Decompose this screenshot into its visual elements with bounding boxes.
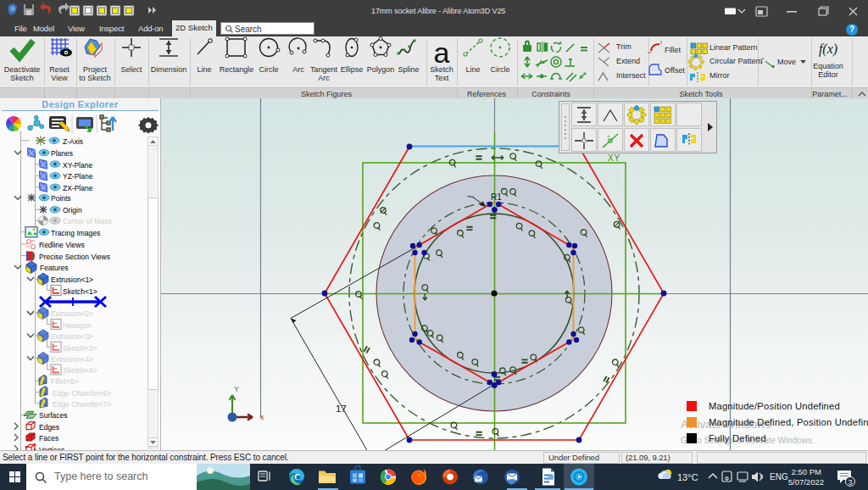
svg-text:13°C: 13°C — [677, 472, 698, 482]
svg-text:5/07/2022: 5/07/2022 — [788, 477, 824, 487]
svg-text:Fully Defined: Fully Defined — [709, 433, 766, 443]
svg-text:Magnitude Defined, Position Un: Magnitude Defined, Position Undefine — [709, 417, 868, 427]
svg-text:Y: Y — [234, 385, 239, 393]
svg-text:a: a — [434, 36, 450, 69]
svg-text:17: 17 — [336, 404, 347, 414]
svg-text:Type here to search: Type here to search — [54, 471, 148, 482]
svg-text:f(x): f(x) — [819, 42, 837, 57]
svg-text:x: x — [260, 413, 264, 421]
svg-text:2:50 PM: 2:50 PM — [792, 467, 821, 476]
svg-text:Magnitude/Position Undefined: Magnitude/Position Undefined — [709, 401, 840, 411]
svg-text:ENG: ENG — [770, 472, 788, 482]
svg-text:3: 3 — [848, 478, 852, 487]
svg-text:R1: R1 — [491, 192, 502, 202]
svg-text:XY: XY — [608, 153, 620, 163]
